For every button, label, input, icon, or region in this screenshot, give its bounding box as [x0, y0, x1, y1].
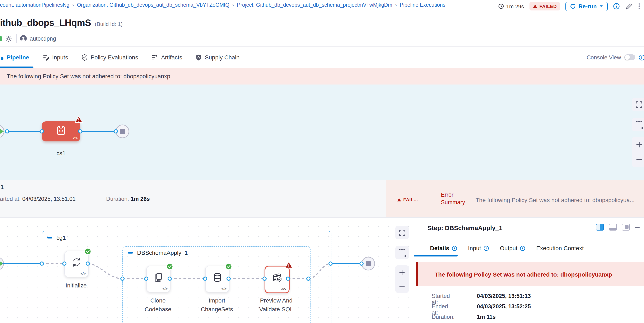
tab-pipeline-label: Pipeline: [7, 54, 29, 61]
status-badge-label: FAILED: [540, 4, 557, 9]
execution-lower-section: cg1 DBSchemaApply_1: [0, 218, 644, 323]
active-tab-indicator: [0, 66, 34, 68]
edge-port: [144, 276, 148, 281]
stage-duration-value: 1m 26s: [130, 196, 150, 202]
edge-port: [203, 276, 207, 281]
breadcrumb-project[interactable]: Project: Github_db_devops_aut_db_schema_…: [237, 2, 392, 8]
breadcrumb-pipeline-executions[interactable]: Pipeline Executions: [400, 2, 445, 8]
info-icon[interactable]: [638, 54, 644, 61]
breadcrumb-separator: ›: [395, 2, 397, 8]
step-node-import-changesets[interactable]: </>: [205, 266, 230, 292]
edge-port: [328, 261, 333, 266]
step-label-clone-codebase: Clone Codebase: [134, 296, 181, 314]
warning-triangle-icon: [533, 4, 538, 8]
stage-duration: Duration: 1m 26s: [106, 196, 150, 202]
chevron-down-icon: [599, 5, 603, 8]
edit-pipeline-icon[interactable]: [625, 3, 632, 10]
pipeline-title: ithub_dbops_LHqmS: [0, 18, 91, 29]
step-details-panel: Step: DBSchemaApply_1 Details Input: [414, 218, 644, 323]
selection-mode-button[interactable]: [395, 246, 409, 259]
execution-actions: 1m 29s FAILED Re-run: [498, 1, 641, 12]
step-graph-canvas[interactable]: cg1 DBSchemaApply_1: [0, 218, 414, 323]
breadcrumb-separator: ›: [232, 2, 234, 8]
breadcrumb-separator: ›: [72, 2, 74, 8]
zoom-out-button[interactable]: [399, 283, 405, 289]
success-status-icon: [84, 248, 91, 256]
zoom-out-button[interactable]: [636, 156, 642, 163]
info-icon[interactable]: [484, 245, 489, 251]
success-status-icon: [166, 263, 173, 271]
tab-pipeline[interactable]: Pipeline: [0, 47, 36, 68]
execution-meta-row: autocdpng: [0, 34, 56, 44]
status-badge: FAILED: [530, 2, 560, 11]
elapsed-time: 1m 29s: [498, 3, 524, 10]
code-glyph: </>: [72, 136, 78, 140]
tab-output[interactable]: Output: [500, 245, 525, 251]
edge-port: [40, 261, 44, 266]
step-label-initialize: Initialize: [53, 281, 100, 290]
list-plus-icon: [152, 54, 158, 61]
rerun-button-label: Re-run: [578, 3, 597, 10]
code-glyph: </>: [80, 271, 86, 276]
zoom-controls: [632, 137, 644, 167]
zoom-in-button[interactable]: [399, 269, 405, 275]
failed-status-icon: [75, 116, 83, 125]
execution-tabbar: Pipeline Inputs Policy Evaluations Artif…: [0, 47, 644, 68]
tab-supply-chain[interactable]: Supply Chain: [189, 47, 246, 68]
stage-fail-badge: FAIL...: [397, 197, 418, 202]
more-options-menu[interactable]: [638, 2, 641, 10]
avatar-icon: [20, 35, 27, 42]
inputs-icon: [42, 54, 49, 61]
step-details-title: Step: DBSchemaApply_1: [428, 224, 502, 231]
zoom-in-button[interactable]: [636, 141, 642, 148]
edge-port: [262, 276, 267, 281]
breadcrumb-organization[interactable]: Organization: Github_db_devops_aut_db_sc…: [77, 2, 230, 8]
console-view-label: Console View: [586, 54, 621, 61]
success-status-icon: [225, 263, 232, 271]
database-check-icon: [271, 272, 283, 285]
selection-mode-button[interactable]: [632, 118, 644, 131]
marquee-icon: [636, 121, 642, 128]
layout-floating-button[interactable]: [622, 224, 630, 230]
info-icon[interactable]: [613, 3, 620, 10]
edge-port: [306, 276, 310, 281]
layout-bottom-button[interactable]: [609, 224, 617, 230]
console-view-toggle[interactable]: [624, 54, 635, 60]
pipeline-execution-page: count: automationPipelinesNg › Organizat…: [0, 0, 644, 323]
step-details-tabs: Details Input Output: [414, 241, 644, 256]
fullscreen-button[interactable]: [632, 98, 644, 111]
tab-execution-context[interactable]: Execution Context: [536, 245, 584, 251]
step-node-initialize[interactable]: </>: [64, 251, 88, 277]
custom-stage-icon: [55, 125, 67, 138]
trigger-user: autocdpng: [20, 35, 56, 42]
step-node-clone-codebase[interactable]: </>: [146, 266, 170, 292]
zoom-controls: [395, 265, 409, 293]
edge-port: [226, 276, 231, 281]
tab-inputs[interactable]: Inputs: [36, 47, 74, 68]
edge-port: [120, 276, 124, 281]
pipeline-stage-graph: </> cs1: [0, 85, 644, 180]
info-icon[interactable]: [520, 245, 525, 251]
breadcrumb-account[interactable]: count: automationPipelinesNg: [0, 2, 69, 8]
rerun-button[interactable]: Re-run: [566, 2, 608, 11]
execution-title-row: ithub_dbops_LHqmS (Build Id: 1): [0, 18, 123, 29]
layout-right-button[interactable]: [596, 224, 604, 230]
console-view-control: Console View: [586, 47, 641, 68]
database-icon: [212, 272, 223, 284]
marquee-icon: [399, 249, 405, 256]
fullscreen-button[interactable]: [395, 226, 409, 239]
edge-port: [86, 261, 90, 266]
edge-port: [168, 276, 172, 281]
tab-policy-evaluations[interactable]: Policy Evaluations: [75, 47, 145, 68]
tab-input[interactable]: Input: [468, 245, 489, 251]
edge-port: [78, 129, 82, 133]
tab-artifacts[interactable]: Artifacts: [145, 47, 189, 68]
gear-icon[interactable]: [5, 35, 12, 42]
tab-details[interactable]: Details: [430, 245, 457, 251]
code-glyph: </>: [162, 287, 168, 291]
refresh-icon: [570, 3, 576, 9]
info-icon[interactable]: [452, 245, 457, 251]
minimize-panel-button[interactable]: [635, 227, 640, 228]
stage-node-cs1[interactable]: </>: [42, 121, 80, 141]
trigger-user-name: autocdpng: [30, 35, 56, 42]
